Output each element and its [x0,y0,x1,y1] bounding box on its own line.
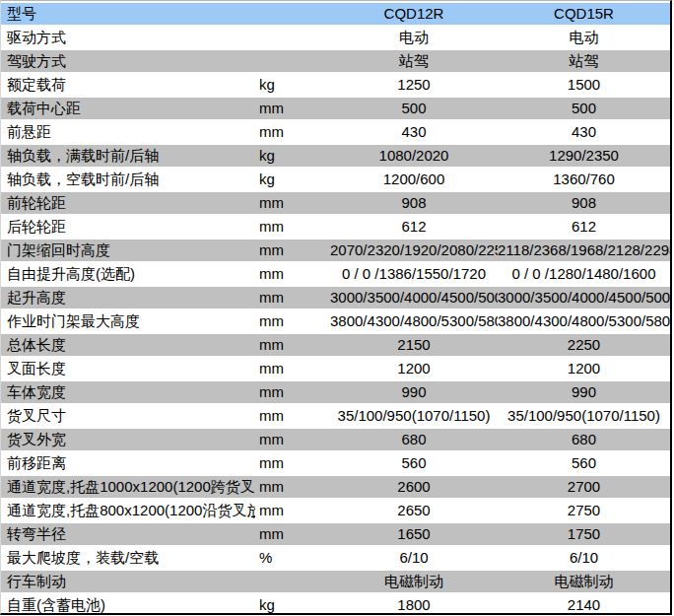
unit-cell: kg [255,594,330,615]
value-cell-cqd15r: 3000/3500/4000/4500/5000 [498,287,670,308]
param-name-cell: 前轮轮距 [1,192,255,214]
table-row: 载荷中心距mm500500 [1,98,670,119]
param-name-cell: 额定载荷 [1,74,255,96]
unit-cell: mm [255,523,330,545]
value-cell-cqd15r: 35/100/950(1070/1150) [498,405,670,427]
value-cell-cqd12r: 3000/3500/4000/4500/5000 [330,287,498,308]
param-name-cell: 后轮轮距 [1,216,255,238]
unit-cell [255,27,330,48]
spec-sheet-screen: 型号 CQD12R CQD15R 驱动方式电动电动驾驶方式站驾站驾额定载荷kg1… [0,0,674,616]
param-name-cell: 通道宽度,托盘800x1200(1200沿货叉放置) [1,500,255,521]
value-cell-cqd15r: 2700 [498,476,670,498]
value-cell-cqd15r: 2250 [498,334,670,356]
unit-cell: mm [255,452,330,474]
table-row: 行车制动电磁制动电磁制动 [1,571,670,592]
spec-table-body: 驱动方式电动电动驾驶方式站驾站驾额定载荷kg12501500载荷中心距mm500… [1,27,670,615]
unit-cell: kg [255,74,330,96]
table-row: 转弯半径mm16501750 [1,523,670,545]
value-cell-cqd15r: 680 [498,429,670,450]
param-name-cell: 作业时门架最大高度 [1,310,255,332]
unit-cell: % [255,547,330,569]
value-cell-cqd12r: 430 [330,121,498,143]
value-cell-cqd15r: 908 [498,192,670,214]
unit-cell: mm [255,98,330,119]
param-name-cell: 转弯半径 [1,523,255,545]
value-cell-cqd15r: 430 [498,121,670,143]
table-row: 叉面长度mm12001200 [1,358,670,379]
param-name-cell: 驾驶方式 [1,50,255,72]
value-cell-cqd15r: 1750 [498,523,670,545]
value-cell-cqd12r: 1250 [330,74,498,96]
table-row: 轴负载，空载时前/后轴kg1200/6001360/760 [1,169,670,190]
unit-cell: mm [255,240,330,261]
table-row: 通道宽度,托盘800x1200(1200沿货叉放置)mm26502750 [1,500,670,521]
table-row: 驱动方式电动电动 [1,27,670,48]
param-name-cell: 叉面长度 [1,358,255,379]
value-cell-cqd12r: 612 [330,216,498,238]
value-cell-cqd12r: 电磁制动 [330,571,498,592]
table-row: 轴负载，满载时前/后轴kg1080/20201290/2350 [1,145,670,167]
value-cell-cqd12r: 1650 [330,523,498,545]
value-cell-cqd12r: 2600 [330,476,498,498]
value-cell-cqd12r: 1200/600 [330,169,498,190]
value-cell-cqd15r: 6/10 [498,547,670,569]
param-name-cell: 自由提升高度(选配) [1,263,255,285]
unit-cell: mm [255,500,330,521]
param-name-cell: 总体长度 [1,334,255,356]
value-cell-cqd12r: 3800/4300/4800/5300/5800 [330,310,498,332]
header-model1-label: CQD12R [330,3,498,25]
table-row: 后轮轮距mm612612 [1,216,670,238]
unit-cell: mm [255,263,330,285]
table-row: 前悬距mm430430 [1,121,670,143]
param-name-cell: 前悬距 [1,121,255,143]
table-row: 额定载荷kg12501500 [1,74,670,96]
table-row: 前轮轮距mm908908 [1,192,670,214]
param-name-cell: 轴负载，满载时前/后轴 [1,145,255,167]
table-header-row: 型号 CQD12R CQD15R [1,3,670,25]
value-cell-cqd15r: 2750 [498,500,670,521]
param-name-cell: 起升高度 [1,287,255,308]
value-cell-cqd15r: 3800/4300/4800/5300/5800 [498,310,670,332]
value-cell-cqd12r: 990 [330,381,498,403]
unit-cell: mm [255,310,330,332]
param-name-cell: 货叉尺寸 [1,405,255,427]
spec-table: 型号 CQD12R CQD15R 驱动方式电动电动驾驶方式站驾站驾额定载荷kg1… [0,0,672,615]
value-cell-cqd15r: 2140 [498,594,670,615]
table-row: 前移距离mm560560 [1,452,670,474]
table-row: 自重(含蓄电池)kg18002140 [1,594,670,615]
table-row: 起升高度mm3000/3500/4000/4500/50003000/3500/… [1,287,670,308]
value-cell-cqd12r: 2650 [330,500,498,521]
value-cell-cqd15r: 电动 [498,27,670,48]
value-cell-cqd12r: 2150 [330,334,498,356]
unit-cell: kg [255,169,330,190]
param-name-cell: 行车制动 [1,571,255,592]
value-cell-cqd12r: 1800 [330,594,498,615]
value-cell-cqd12r: 2070/2320/1920/2080/2250 [330,240,498,261]
table-row: 驾驶方式站驾站驾 [1,50,670,72]
value-cell-cqd12r: 500 [330,98,498,119]
table-row: 自由提升高度(选配)mm0 / 0 /1386/1550/17200 / 0 /… [1,263,670,285]
table-row: 车体宽度mm990990 [1,381,670,403]
param-name-cell: 载荷中心距 [1,98,255,119]
value-cell-cqd12r: 站驾 [330,50,498,72]
unit-cell: kg [255,145,330,167]
value-cell-cqd15r: 990 [498,381,670,403]
value-cell-cqd12r: 35/100/950(1070/1150) [330,405,498,427]
table-row: 货叉外宽mm680680 [1,429,670,450]
value-cell-cqd15r: 1200 [498,358,670,379]
unit-cell: mm [255,334,330,356]
value-cell-cqd12r: 1200 [330,358,498,379]
value-cell-cqd15r: 612 [498,216,670,238]
value-cell-cqd12r: 电动 [330,27,498,48]
value-cell-cqd15r: 560 [498,452,670,474]
unit-cell: mm [255,358,330,379]
param-name-cell: 通道宽度,托盘1000x1200(1200跨货叉放置) [1,476,255,498]
table-row: 通道宽度,托盘1000x1200(1200跨货叉放置)mm26002700 [1,476,670,498]
value-cell-cqd12r: 908 [330,192,498,214]
unit-cell: mm [255,216,330,238]
value-cell-cqd12r: 0 / 0 /1386/1550/1720 [330,263,498,285]
param-name-cell: 最大爬坡度，装载/空载 [1,547,255,569]
unit-cell: mm [255,476,330,498]
header-model2-label: CQD15R [498,3,670,25]
param-name-cell: 货叉外宽 [1,429,255,450]
